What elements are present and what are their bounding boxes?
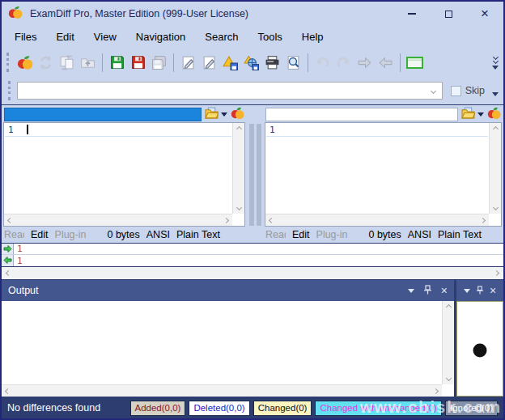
previous-difference-button[interactable] <box>376 53 396 73</box>
scroll-up-arrow[interactable] <box>236 126 241 132</box>
pin-icon[interactable] <box>476 283 484 298</box>
toolbar-grip[interactable] <box>6 53 10 72</box>
save-all-button[interactable] <box>149 53 169 73</box>
menu-files[interactable]: Files <box>5 29 46 45</box>
scroll-up-arrow[interactable] <box>445 304 451 310</box>
folder-icon <box>461 107 475 122</box>
window-controls: × <box>406 8 497 19</box>
close-panel-icon[interactable]: × <box>441 286 448 295</box>
session-combo-input[interactable] <box>18 83 426 98</box>
scroll-right-arrow[interactable] <box>494 270 499 276</box>
compare-button[interactable] <box>15 53 35 73</box>
left-compare-button[interactable] <box>231 106 244 123</box>
syntax-indicator[interactable]: Plain Text <box>438 229 482 240</box>
swap-panes-button[interactable] <box>57 53 77 73</box>
html-diff-report-button[interactable] <box>241 53 261 73</box>
skip-checkbox[interactable] <box>451 86 461 96</box>
line-inspector-row[interactable]: 1 <box>2 255 503 266</box>
read-only-indicator[interactable]: Read <box>265 229 286 240</box>
menu-search[interactable]: Search <box>195 29 248 45</box>
edit-mode-indicator[interactable]: Edit <box>31 229 49 240</box>
edit-mode-indicator[interactable]: Edit <box>292 229 310 240</box>
scroll-right-arrow[interactable] <box>480 217 486 223</box>
menu-help[interactable]: Help <box>292 29 333 45</box>
scroll-down-arrow[interactable] <box>492 205 498 210</box>
output-horizontal-scrollbar[interactable] <box>2 384 442 397</box>
right-compare-button[interactable] <box>487 106 501 123</box>
folder-icon <box>205 107 219 122</box>
toolbar-overflow-button[interactable] <box>492 55 500 70</box>
output-panel-body[interactable] <box>2 301 454 397</box>
save-second-file-button[interactable] <box>128 53 148 73</box>
print-preview-button[interactable] <box>283 53 303 73</box>
pin-icon[interactable] <box>423 285 432 297</box>
left-vertical-scrollbar[interactable] <box>232 123 244 214</box>
toolbar-grip[interactable] <box>8 81 11 100</box>
status-badges: Added(0,0)Deleted(0,0)Changed(0)Changed … <box>130 401 499 416</box>
maximize-button[interactable] <box>443 8 454 19</box>
minimize-button[interactable] <box>406 8 418 19</box>
save-differences-button[interactable] <box>220 53 240 73</box>
plugin-indicator[interactable]: Plug-in <box>55 229 87 240</box>
scroll-down-arrow[interactable] <box>445 375 451 381</box>
menu-view[interactable]: View <box>84 29 126 45</box>
plugin-indicator[interactable]: Plug-in <box>316 229 348 240</box>
scroll-up-arrow[interactable] <box>492 126 498 132</box>
scroll-left-arrow[interactable] <box>7 217 13 223</box>
read-only-indicator[interactable]: Read <box>4 229 24 240</box>
left-horizontal-scrollbar[interactable] <box>4 214 232 226</box>
inspector-horizontal-scrollbar[interactable] <box>2 267 503 279</box>
left-editor[interactable]: 1 <box>3 122 245 227</box>
right-editor[interactable]: 1 <box>265 122 502 227</box>
next-difference-button[interactable] <box>354 53 375 73</box>
menu-navigation[interactable]: Navigation <box>126 29 195 45</box>
menu-edit[interactable]: Edit <box>46 29 83 45</box>
scroll-down-arrow[interactable] <box>236 205 241 210</box>
left-line-number: 1 <box>8 125 14 135</box>
left-filename-bar[interactable] <box>4 108 202 121</box>
file-size-indicator: 0 bytes <box>107 229 139 240</box>
output-vertical-scrollbar[interactable] <box>442 301 454 384</box>
right-vertical-scrollbar[interactable] <box>489 123 501 214</box>
arrow-right-gray-icon <box>357 55 372 70</box>
encoding-indicator[interactable]: ANSI <box>146 229 170 240</box>
skip-checkbox-label[interactable]: Skip <box>465 85 485 96</box>
edit-second-file-button[interactable] <box>199 53 219 73</box>
output-panel-header[interactable]: Output × <box>2 280 454 301</box>
close-button[interactable]: × <box>479 8 490 19</box>
open-session-button[interactable] <box>78 53 98 73</box>
arrow-left-gray-icon <box>378 55 393 70</box>
save-first-file-button[interactable] <box>107 53 127 73</box>
right-pane-statusbar: Read Edit Plug-in 0 bytes ANSI Plain Tex… <box>265 227 502 243</box>
encoding-indicator[interactable]: ANSI <box>408 229 431 240</box>
line-inspector-row[interactable]: 1 <box>2 244 503 255</box>
scroll-left-arrow[interactable] <box>6 270 11 276</box>
print-button[interactable] <box>262 53 282 73</box>
left-open-file-button[interactable] <box>205 107 227 122</box>
menu-tools[interactable]: Tools <box>248 29 291 45</box>
pane-splitter[interactable] <box>247 105 263 243</box>
scroll-left-arrow[interactable] <box>269 217 274 223</box>
right-filename-bar[interactable] <box>265 108 458 121</box>
statistics-panel-header[interactable]: × <box>456 280 503 301</box>
redo-button[interactable] <box>333 53 354 73</box>
recompare-button[interactable] <box>36 53 56 73</box>
session-combobox[interactable] <box>17 82 443 100</box>
toolbar2-overflow-button[interactable] <box>492 92 499 96</box>
scroll-right-arrow[interactable] <box>433 388 439 393</box>
undo-button[interactable] <box>312 53 333 73</box>
scroll-left-arrow[interactable] <box>5 388 11 393</box>
app-icon <box>8 5 23 23</box>
scroll-right-arrow[interactable] <box>223 217 229 223</box>
combo-dropdown-button[interactable] <box>426 83 442 99</box>
right-open-file-button[interactable] <box>461 107 484 122</box>
edit-first-file-button[interactable] <box>178 53 198 73</box>
right-horizontal-scrollbar[interactable] <box>265 214 489 226</box>
line-inspector-text: 1 <box>14 244 23 254</box>
panel-menu-icon[interactable] <box>408 289 414 293</box>
panel-menu-icon[interactable] <box>464 289 470 293</box>
close-panel-icon[interactable]: × <box>490 286 496 295</box>
status-badge: Changed(0) <box>253 401 312 416</box>
show-differences-only-button[interactable] <box>405 53 425 73</box>
syntax-indicator[interactable]: Plain Text <box>176 229 220 240</box>
